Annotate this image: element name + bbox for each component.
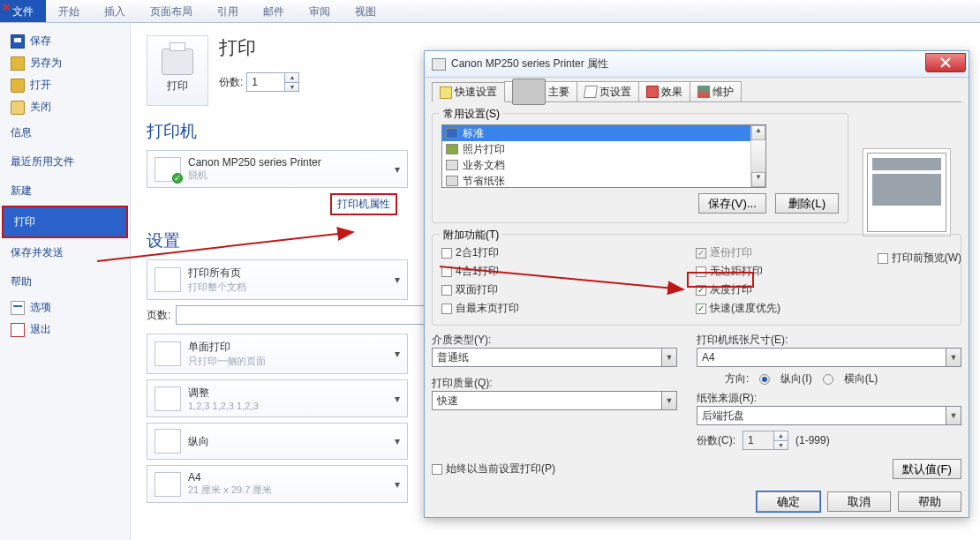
copies-dlg-spinner[interactable]: 1▲▼: [743, 431, 788, 450]
ribbon-tab-layout[interactable]: 页面布局: [138, 0, 205, 22]
four-in-one-label: 4合1打印: [456, 264, 499, 279]
printer-selector[interactable]: ✓ Canon MP250 series Printer脱机: [147, 150, 408, 188]
copies-spinner[interactable]: 1▲▼: [246, 72, 299, 92]
fx-icon: [646, 86, 659, 98]
ribbon-tab-home[interactable]: 开始: [46, 0, 92, 22]
sidebar-save-send[interactable]: 保存并发送: [0, 238, 130, 267]
duplex-checkbox[interactable]: [441, 285, 452, 296]
copies-label: 份数:: [219, 75, 243, 90]
sidebar-save[interactable]: 保存: [0, 30, 130, 52]
collate-selector[interactable]: 调整1,2,3 1,2,3 1,2,3: [147, 379, 408, 417]
paper-size-combo[interactable]: A4▼: [697, 348, 961, 367]
save-preset-button[interactable]: 保存(V)...: [698, 193, 766, 214]
orientation-selector[interactable]: 纵向: [147, 423, 408, 460]
quality-label: 打印质量(Q):: [432, 376, 677, 391]
list-scrollbar[interactable]: ▲▼: [750, 125, 765, 187]
std-icon: [446, 128, 458, 139]
copies-dlg-label: 份数(C):: [697, 433, 735, 448]
a4-icon: [155, 472, 181, 497]
dialog-close-button[interactable]: [925, 53, 966, 72]
ribbon-tab-mail[interactable]: 邮件: [251, 0, 297, 22]
landscape-radio[interactable]: [823, 374, 833, 385]
common-settings-label: 常用设置(S): [440, 107, 503, 122]
features-label: 附加功能(T): [440, 228, 502, 243]
main-tab-icon: [512, 79, 546, 105]
ribbon-tab-view[interactable]: 视图: [343, 0, 388, 22]
sidebar-options[interactable]: 选项: [0, 296, 130, 319]
printer-status-icon: ✓: [155, 157, 181, 182]
maint-icon: [697, 86, 710, 98]
sidebar-open[interactable]: 打开: [0, 74, 130, 96]
portrait-icon: [155, 429, 181, 454]
copies-range: (1-999): [795, 434, 830, 446]
fast-label: 快速(速度优先): [710, 301, 780, 316]
one-side-icon: [155, 341, 181, 366]
last-first-label: 自最末页打印: [456, 301, 519, 316]
sidebar-exit[interactable]: 退出: [0, 319, 130, 341]
sidebar-recent[interactable]: 最近所用文件: [0, 147, 130, 176]
page-preview: [863, 148, 951, 236]
save-as-icon: [11, 56, 25, 71]
ribbon-bar: 文件 开始 插入 页面布局 引用 邮件 审阅 视图: [0, 0, 980, 23]
printer-properties-link[interactable]: 打印机属性: [330, 193, 397, 215]
options-icon: [11, 301, 25, 315]
pages-label: 页数:: [147, 308, 170, 323]
list-item-business[interactable]: 业务文档: [442, 157, 750, 173]
annotation-grayscale-highlight: [687, 272, 754, 288]
last-first-checkbox[interactable]: [441, 304, 452, 314]
fast-checkbox[interactable]: [696, 304, 706, 314]
delete-preset-button[interactable]: 删除(L): [775, 193, 839, 214]
tab-quick-setup[interactable]: 快速设置: [432, 82, 505, 102]
pages-icon: [155, 267, 181, 292]
help-button[interactable]: 帮助: [898, 491, 961, 512]
media-combo[interactable]: 普通纸▼: [432, 348, 677, 367]
paper-size-selector[interactable]: A421 厘米 x 29.7 厘米: [147, 465, 408, 503]
sidebar-help[interactable]: 帮助: [0, 267, 130, 296]
print-title: 打印: [219, 35, 299, 60]
print-range-selector[interactable]: 打印所有页打印整个文档: [147, 259, 408, 300]
list-item-photo[interactable]: 照片打印: [442, 141, 750, 157]
quality-combo[interactable]: 快速▼: [432, 391, 677, 410]
always-current-label: 始终以当前设置打印(P): [446, 461, 555, 476]
savepaper-icon: [446, 176, 458, 186]
ribbon-tab-refs[interactable]: 引用: [205, 0, 251, 22]
tab-effects[interactable]: 效果: [638, 81, 690, 101]
portrait-radio[interactable]: [759, 374, 770, 385]
tab-main[interactable]: 主要: [504, 81, 577, 101]
orientation-label: 方向:: [725, 371, 749, 386]
list-item-standard[interactable]: 标准: [442, 125, 750, 141]
ribbon-tab-review[interactable]: 审阅: [297, 0, 343, 22]
collated-checkbox[interactable]: [696, 248, 706, 259]
list-item-save-paper[interactable]: 节省纸张: [442, 173, 750, 188]
sidebar-print[interactable]: 打印: [2, 206, 128, 238]
ok-button[interactable]: 确定: [757, 491, 820, 512]
sidebar-close[interactable]: 关闭: [0, 96, 130, 118]
dialog-titlebar[interactable]: Canon MP250 series Printer 属性: [425, 51, 969, 78]
exit-icon: [11, 323, 25, 337]
landscape-radio-label: 横向(L): [844, 371, 878, 386]
collated-label: 逐份打印: [710, 245, 752, 260]
dialog-tabs: 快速设置 主要 页设置 效果 维护: [432, 81, 961, 102]
business-icon: [446, 160, 458, 170]
tab-page-setup[interactable]: 页设置: [577, 81, 639, 101]
backstage-sidebar: 保存 另存为 打开 关闭 信息 最近所用文件 新建 打印 保存并发送 帮助 选项…: [0, 23, 131, 540]
ribbon-tab-insert[interactable]: 插入: [92, 0, 138, 22]
two-in-one-checkbox[interactable]: [441, 248, 452, 259]
source-combo[interactable]: 后端托盘▼: [697, 406, 961, 425]
print-button[interactable]: 打印: [147, 35, 208, 106]
defaults-button[interactable]: 默认值(F): [893, 459, 961, 479]
four-in-one-checkbox[interactable]: [441, 266, 452, 277]
two-in-one-label: 2合1打印: [456, 245, 499, 260]
common-settings-list[interactable]: 标准 照片打印 业务文档 节省纸张 ▲▼: [441, 124, 766, 188]
sidebar-info[interactable]: 信息: [0, 118, 130, 147]
sides-selector[interactable]: 单面打印只打印一侧的页面: [147, 334, 408, 374]
tab-maintenance[interactable]: 维护: [690, 81, 742, 101]
always-current-checkbox[interactable]: [432, 464, 442, 475]
save-icon: [11, 34, 25, 49]
cancel-button[interactable]: 取消: [827, 491, 891, 512]
ribbon-file-tab[interactable]: 文件: [0, 0, 46, 22]
paper-size-label: 打印机纸张尺寸(E):: [697, 333, 961, 348]
sidebar-new[interactable]: 新建: [0, 176, 130, 206]
printer-icon: [162, 49, 193, 75]
sidebar-save-as[interactable]: 另存为: [0, 52, 130, 74]
